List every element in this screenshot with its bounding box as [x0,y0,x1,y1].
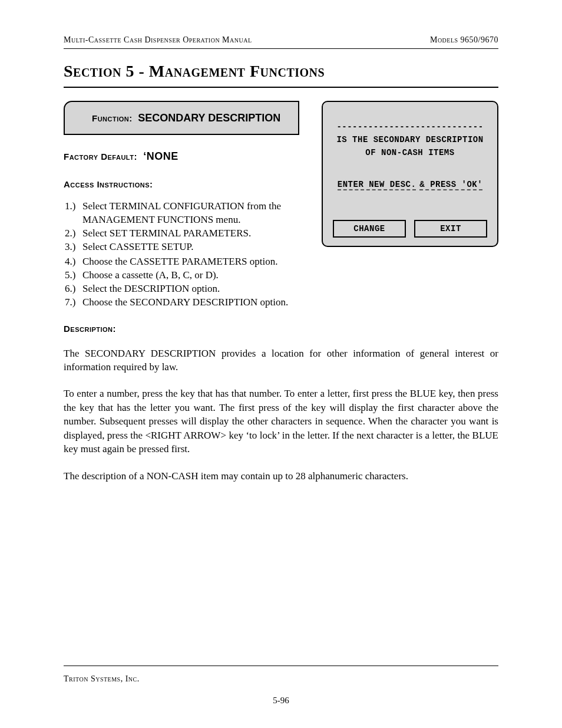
paragraph: The SECONDARY DESCRIPTION provides a loc… [64,347,498,374]
step-text: Select SET TERMINAL PARAMETERS. [82,227,310,241]
page-number: 5-96 [0,696,562,706]
header-right: Models 9650/9670 [430,35,498,45]
step-text: Choose the CASSETTE PARAMETERS option. [82,255,498,269]
footer-company: Triton Systems, Inc. [64,674,140,684]
exit-button[interactable]: EXIT [414,220,487,238]
terminal-dashes: ---------------------------- [329,122,491,131]
terminal-line-1: IS THE SECONDARY DESCRIPTION [329,135,491,144]
step-text: Select CASSETTE SETUP. [82,241,310,254]
terminal-prompt-left: ENTER NEW DESC. [338,180,416,190]
header-left: Multi-Cassette Cash Dispenser Operation … [64,35,252,45]
step-num: 4.) [65,255,82,269]
step-text: Choose the SECONDARY DESCRIPTION option. [82,296,498,309]
step-num: 2.) [65,227,82,241]
terminal-screenshot: ---------------------------- IS THE SECO… [322,101,498,247]
function-tab: Function: SECONDARY DESCRIPTION [64,101,299,135]
change-button[interactable]: CHANGE [333,220,406,238]
function-label: Function: [92,113,133,123]
access-instructions-label: Access Instructions: [64,179,310,189]
terminal-line-2: OF NON-CASH ITEMS [329,148,491,157]
step-num: 1.) [65,200,82,227]
factory-default-label: Factory Default: [64,151,137,162]
terminal-prompt-right: & PRESS 'OK' [419,180,482,190]
section-rule [64,87,498,88]
paragraph: To enter a number, press the key that ha… [64,387,498,456]
section-title: Section 5 - Management Functions [64,62,498,81]
step-text: Select the DESCRIPTION option. [82,282,498,296]
function-name-text: SECONDARY DESCRIPTION [138,112,280,124]
step-text: Choose a cassette (A, B, C, or D). [82,269,498,282]
factory-default-value: ‘NONE [143,150,178,162]
paragraph: The description of a NON-CASH item may c… [64,469,498,483]
header-rule [64,48,498,49]
footer-rule [64,666,498,666]
step-num: 5.) [65,269,82,282]
step-num: 7.) [65,296,82,309]
step-num: 3.) [65,241,82,254]
step-text: Select TERMINAL CONFIGURATION from the M… [82,200,310,227]
step-num: 6.) [65,282,82,296]
description-label: Description: [64,324,498,334]
